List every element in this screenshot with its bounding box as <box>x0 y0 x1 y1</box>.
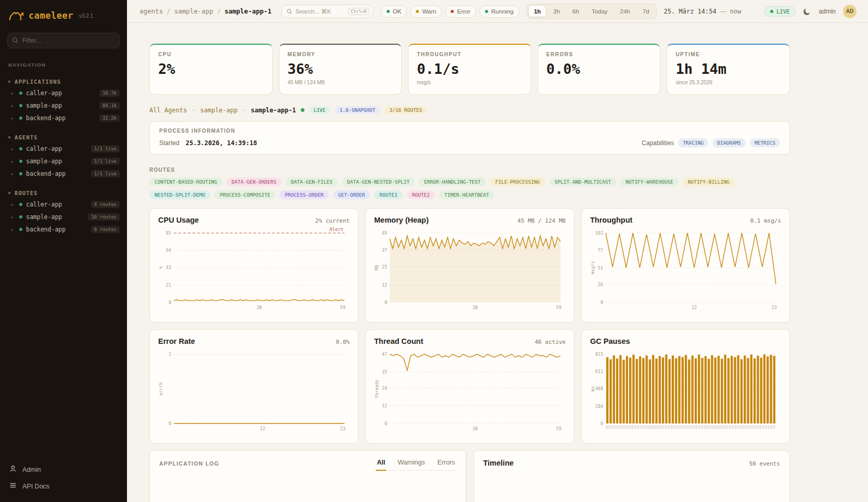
time-range-selector: 1h3h6hToday24h7d <box>527 4 657 19</box>
svg-text:408: 408 <box>595 386 603 391</box>
chart-title: CPU Usage <box>158 216 199 224</box>
route-chip-data-gen-orders[interactable]: DATA-GEN-ORDERS <box>226 177 282 186</box>
svg-text:0: 0 <box>601 300 603 305</box>
route-chip-notify-warehouse[interactable]: NOTIFY-WAREHOUSE <box>620 177 679 186</box>
route-chip-nested-split-demo[interactable]: NESTED-SPLIT-DEMO <box>149 190 210 199</box>
sidebar-item-applications-backend-app[interactable]: ▸backend-app32.2k <box>0 112 127 124</box>
svg-text:30: 30 <box>473 426 478 431</box>
sidebar-group-agents[interactable]: AGENTS <box>0 131 127 143</box>
stat-card-cpu: CPU2% <box>149 44 273 95</box>
route-chip-data-gen-files[interactable]: DATA-GEN-FILES <box>286 177 338 186</box>
stat-subtext: since 25.3.2026 <box>675 80 781 85</box>
footer-link-admin[interactable]: Admin <box>9 465 118 474</box>
footer-link-api-docs[interactable]: API Docs <box>9 482 118 491</box>
sidebar-item-routes-backend-app[interactable]: ▸backend-app6 routes <box>0 223 127 236</box>
error-rate-plot-area: 011223err/h <box>158 347 350 433</box>
chart-title: Throughput <box>590 216 632 224</box>
breadcrumb-link-sample-app[interactable]: sample-app <box>174 7 213 15</box>
route-chip-route1[interactable]: ROUTE1 <box>374 190 402 199</box>
chevron-right-icon: ▸ <box>11 116 16 121</box>
agent-badge-1-0-snapshot: 1.0-SNAPSHOT <box>335 106 380 114</box>
route-chip-route2[interactable]: ROUTE2 <box>407 190 435 199</box>
sidebar-item-badge: 1/1 live <box>91 170 120 177</box>
sidebar-item-agents-backend-app[interactable]: ▸backend-app1/1 live <box>0 168 127 180</box>
sidebar-group-label: ROUTES <box>15 190 38 196</box>
time-range-3h[interactable]: 3h <box>547 5 566 17</box>
route-chip-data-gen-nested-split[interactable]: DATA-GEN-NESTED-SPLIT <box>342 177 415 186</box>
live-dot-icon <box>770 10 773 13</box>
sidebar-group-routes[interactable]: ROUTES <box>0 186 127 198</box>
route-chip-process-composite[interactable]: PROCESS-COMPOSITE <box>214 190 275 199</box>
route-chip-split-and-multicast[interactable]: SPLIT-AND-MULTICAST <box>550 177 617 186</box>
live-toggle[interactable]: LIVE <box>764 6 796 17</box>
time-range-24h[interactable]: 24h <box>615 5 636 17</box>
status-filter-group: OKWarnErrorRunning <box>381 5 519 18</box>
log-tab-errors[interactable]: Errors <box>436 459 456 471</box>
svg-text:0: 0 <box>385 300 387 305</box>
route-chip-timer-heartbeat[interactable]: TIMER-HEARTBEAT <box>439 190 494 199</box>
svg-text:23: 23 <box>772 305 777 310</box>
sidebar-item-label: backend-app <box>26 170 87 177</box>
time-range-7d[interactable]: 7d <box>637 5 655 17</box>
chart-card-error-rate: Error Rate0.0%011223err/h <box>149 329 359 444</box>
svg-text:64: 64 <box>166 248 171 253</box>
route-chip-file-processing[interactable]: FILE-PROCESSING <box>490 177 545 186</box>
process-info-row: Started 25.3.2026, 14:39:18 Capabilities… <box>159 138 780 147</box>
sidebar-item-applications-sample-app[interactable]: ▸sample-app84.1k <box>0 99 127 112</box>
status-filter-ok[interactable]: OK <box>381 5 407 18</box>
agent-link-sample-app[interactable]: sample-app <box>200 107 237 114</box>
time-range-6h[interactable]: 6h <box>567 5 585 17</box>
filter-input[interactable] <box>7 33 120 48</box>
timeline-title: Timeline <box>483 459 514 467</box>
chart-card-cpu-usage: CPU Usage2% current0214364853059%Alert <box>149 208 359 323</box>
sidebar-item-routes-sample-app[interactable]: ▸sample-app16 routes <box>0 211 127 223</box>
chevron-right-icon: ▸ <box>11 104 16 108</box>
svg-text:0: 0 <box>169 421 171 426</box>
sidebar-item-label: sample-app <box>26 213 84 221</box>
search-icon <box>286 8 292 15</box>
log-tab-warnings[interactable]: Warnings <box>397 459 426 471</box>
chart-header: Thread Count46 active <box>374 337 566 345</box>
status-filter-error[interactable]: Error <box>445 5 476 18</box>
chart-card-gc-pauses: GC Pauses0204408611815ms <box>581 329 790 444</box>
status-dot-icon <box>19 228 22 231</box>
app-name: cameleer <box>29 10 73 21</box>
chevron-right-icon: ▸ <box>11 159 16 164</box>
dark-mode-toggle[interactable] <box>803 7 811 16</box>
sidebar-item-label: backend-app <box>26 226 87 233</box>
agent-link-all-agents[interactable]: All Agents <box>149 107 187 114</box>
stat-card-throughput: THROUGHPUT0.1/smsg/s <box>408 44 531 95</box>
chart-title: Error Rate <box>158 337 195 345</box>
user-menu[interactable]: admin <box>819 8 836 15</box>
breadcrumb: agents/sample-app/sample-app-1 <box>139 7 272 15</box>
status-filter-running[interactable]: Running <box>479 5 519 18</box>
sidebar-group-applications[interactable]: APPLICATIONS <box>0 75 127 87</box>
global-search[interactable]: Search... ⌘K Ctrl+K <box>281 5 374 18</box>
status-filter-warn[interactable]: Warn <box>410 5 442 18</box>
status-dot-icon <box>19 104 22 107</box>
route-chip-content-based-routing[interactable]: CONTENT-BASED-ROUTING <box>149 177 222 186</box>
route-chip-error-handling-test[interactable]: ERROR-HANDLING-TEST <box>419 177 486 186</box>
svg-text:815: 815 <box>595 352 603 357</box>
search-placeholder: Search... ⌘K <box>296 8 345 15</box>
status-dot-icon <box>19 160 22 163</box>
route-chip-get-order[interactable]: GET-ORDER <box>333 190 370 199</box>
stat-card-errors: ERRORS0.0% <box>538 44 661 95</box>
chevron-right-icon: ▸ <box>11 147 16 151</box>
sidebar-item-applications-caller-app[interactable]: ▸caller-app10.7k <box>0 87 127 99</box>
sidebar-item-agents-sample-app[interactable]: ▸sample-app1/1 live <box>0 155 127 168</box>
sidebar-item-routes-caller-app[interactable]: ▸caller-app4 routes <box>0 198 127 211</box>
avatar[interactable]: AD <box>843 5 857 18</box>
route-chip-process-order[interactable]: PROCESS-ORDER <box>279 190 328 199</box>
application-log-title: APPLICATION LOG <box>159 460 220 471</box>
time-range-today[interactable]: Today <box>586 5 614 17</box>
route-chip-notify-billing[interactable]: NOTIFY-BILLING <box>683 177 735 186</box>
sidebar-item-label: sample-app <box>26 102 96 109</box>
log-tab-all[interactable]: All <box>376 459 386 471</box>
breadcrumb-link-agents[interactable]: agents <box>139 7 163 15</box>
svg-text:35: 35 <box>382 369 387 375</box>
time-range-1h[interactable]: 1h <box>528 5 546 17</box>
chart-card-memory-heap: Memory (Heap)45 MB / 124 MB0122537493059… <box>365 208 575 323</box>
time-window-display[interactable]: 25. März 14:54 — now <box>664 8 742 15</box>
sidebar-item-agents-caller-app[interactable]: ▸caller-app1/1 live <box>0 143 127 155</box>
